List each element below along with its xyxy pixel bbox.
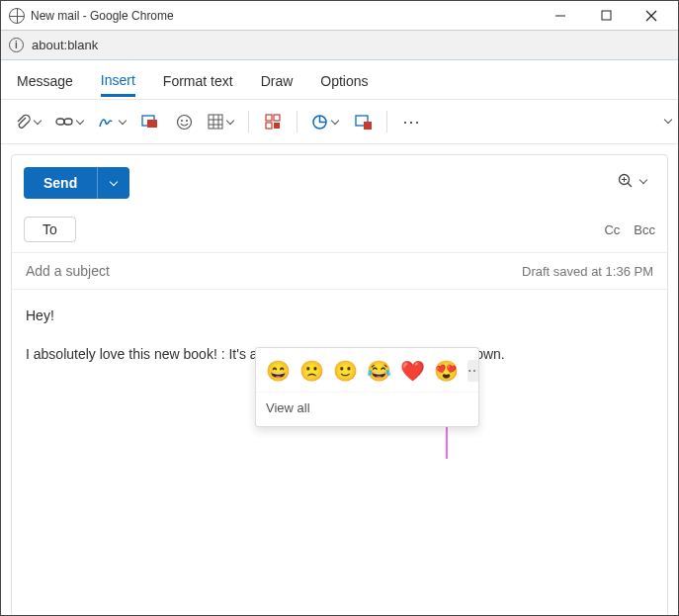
svg-rect-1 bbox=[602, 11, 611, 20]
emoji-view-all-button[interactable]: View all bbox=[256, 392, 478, 426]
smiley-icon bbox=[176, 114, 193, 131]
draft-saved-label: Draft saved at 1:36 PM bbox=[522, 264, 653, 279]
ellipsis-icon: ⋯ bbox=[402, 111, 420, 132]
body-line: Hey! bbox=[26, 306, 653, 326]
separator bbox=[297, 111, 297, 132]
svg-rect-18 bbox=[266, 123, 272, 129]
chevron-down-icon bbox=[34, 118, 42, 126]
emoji-heart[interactable]: ❤️ bbox=[400, 356, 425, 386]
emoji-grin[interactable]: 😄 bbox=[266, 356, 291, 386]
tab-format-text[interactable]: Format text bbox=[163, 73, 233, 97]
poll-icon bbox=[354, 114, 372, 130]
paperclip-icon bbox=[15, 114, 31, 130]
close-icon bbox=[645, 10, 657, 22]
send-dropdown-button[interactable] bbox=[98, 167, 129, 199]
svg-point-8 bbox=[177, 115, 191, 129]
loop-icon bbox=[311, 114, 328, 131]
compose-panel: Send To Cc Bcc Draft saved at 1:36 PM He… bbox=[11, 154, 668, 616]
svg-rect-19 bbox=[274, 123, 280, 129]
url-text: about:blank bbox=[32, 38, 98, 52]
emoji-joy[interactable]: 😂 bbox=[367, 356, 391, 386]
window-close-button[interactable] bbox=[629, 1, 674, 31]
svg-rect-7 bbox=[147, 120, 157, 128]
svg-rect-5 bbox=[64, 119, 72, 125]
bcc-button[interactable]: Bcc bbox=[634, 222, 655, 237]
attach-file-button[interactable] bbox=[9, 106, 47, 137]
send-row: Send bbox=[12, 155, 667, 211]
svg-line-24 bbox=[628, 183, 632, 187]
to-button[interactable]: To bbox=[24, 217, 76, 242]
window-titlebar: New mail - Google Chrome bbox=[1, 1, 678, 31]
emoji-smile[interactable]: 🙂 bbox=[333, 356, 358, 386]
window-title: New mail - Google Chrome bbox=[31, 9, 538, 23]
to-row: To Cc Bcc bbox=[12, 211, 667, 253]
emoji-heart-eyes[interactable]: 😍 bbox=[434, 356, 459, 386]
svg-rect-16 bbox=[266, 115, 272, 121]
apps-icon bbox=[265, 114, 281, 130]
pictures-button[interactable] bbox=[134, 106, 166, 137]
minimize-icon bbox=[554, 10, 566, 22]
chevron-down-icon[interactable] bbox=[639, 177, 647, 185]
send-button[interactable]: Send bbox=[24, 167, 98, 199]
link-icon bbox=[55, 117, 73, 127]
svg-rect-4 bbox=[56, 119, 64, 125]
message-body[interactable]: Hey! I absolutely love this new book! : … bbox=[12, 290, 667, 398]
tab-message[interactable]: Message bbox=[17, 73, 73, 97]
emoji-quick-row: 😄 🙁 🙂 😂 ❤️ 😍 ⋯ bbox=[256, 348, 478, 392]
separator bbox=[248, 111, 249, 132]
chevron-down-icon bbox=[76, 118, 84, 126]
svg-rect-11 bbox=[209, 115, 222, 129]
subject-input[interactable] bbox=[26, 263, 522, 279]
ellipsis-icon: ⋯ bbox=[467, 361, 479, 382]
table-button[interactable] bbox=[202, 106, 240, 137]
signature-icon bbox=[98, 114, 116, 130]
svg-rect-17 bbox=[274, 115, 280, 121]
emoji-button[interactable] bbox=[168, 106, 200, 137]
signature-button[interactable] bbox=[92, 106, 132, 137]
emoji-more-button[interactable]: ⋯ bbox=[467, 360, 479, 382]
ribbon-tabs: Message Insert Format text Draw Options bbox=[1, 60, 678, 100]
emoji-frown[interactable]: 🙁 bbox=[299, 356, 324, 386]
more-commands-button[interactable]: ⋯ bbox=[395, 106, 427, 137]
svg-point-10 bbox=[186, 120, 188, 122]
chevron-down-icon bbox=[110, 179, 118, 187]
ribbon-toolbar: ⋯ bbox=[1, 100, 678, 144]
chevron-down-icon bbox=[226, 118, 234, 126]
separator bbox=[386, 111, 387, 132]
window-maximize-button[interactable] bbox=[583, 1, 629, 31]
zoom-button[interactable] bbox=[618, 173, 634, 189]
subject-row: Draft saved at 1:36 PM bbox=[12, 253, 667, 290]
browser-address-bar: i about:blank bbox=[1, 31, 678, 60]
chevron-down-icon bbox=[119, 118, 127, 126]
ribbon-collapse-button[interactable] bbox=[664, 112, 672, 128]
magnifier-icon bbox=[618, 173, 634, 189]
poll-button[interactable] bbox=[347, 106, 379, 137]
pictures-icon bbox=[141, 114, 159, 130]
cc-button[interactable]: Cc bbox=[604, 222, 620, 237]
site-info-icon[interactable]: i bbox=[9, 38, 24, 52]
apps-button[interactable] bbox=[257, 106, 289, 137]
loop-component-button[interactable] bbox=[305, 106, 345, 137]
tab-options[interactable]: Options bbox=[320, 73, 368, 97]
globe-icon bbox=[9, 8, 25, 24]
chevron-down-icon bbox=[664, 117, 672, 125]
tab-insert[interactable]: Insert bbox=[101, 72, 135, 97]
svg-rect-22 bbox=[364, 122, 372, 130]
svg-point-9 bbox=[181, 120, 183, 122]
table-icon bbox=[208, 114, 223, 130]
chevron-down-icon bbox=[331, 118, 339, 126]
emoji-picker-popup: 😄 🙁 🙂 😂 ❤️ 😍 ⋯ View all bbox=[255, 347, 479, 427]
window-minimize-button[interactable] bbox=[538, 1, 583, 31]
maximize-icon bbox=[601, 10, 612, 21]
tab-draw[interactable]: Draw bbox=[261, 73, 294, 97]
link-button[interactable] bbox=[49, 106, 90, 137]
